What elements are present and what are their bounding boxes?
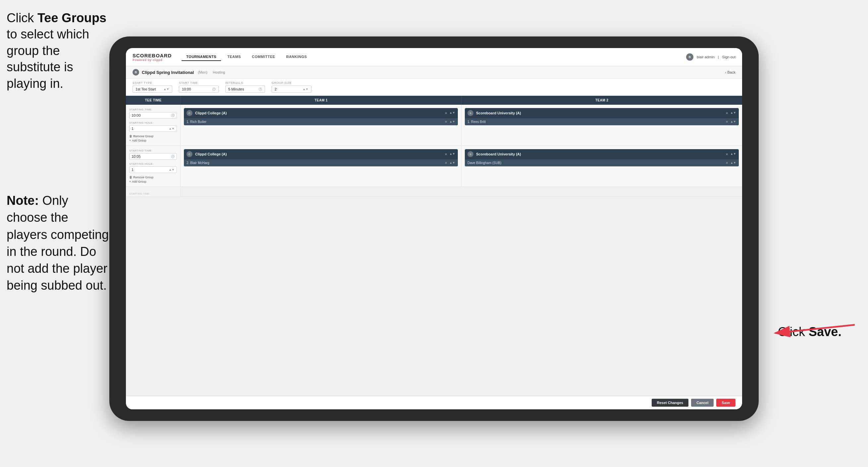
starting-time-label-1: STARTING TIME: — [129, 108, 177, 111]
back-button[interactable]: ‹ Back — [725, 70, 736, 74]
tablet-screen: SCOREBOARD Powered by clippd TOURNAMENTS… — [126, 48, 742, 409]
team-arrows-1-1[interactable]: ▲▼ — [449, 111, 455, 115]
add-group-1[interactable]: + Add Group — [129, 139, 177, 142]
main-content: STARTING TIME: 10:00 🕐 STARTING HOLE: 1 … — [126, 105, 742, 396]
team-arrows-2-2[interactable]: ▲▼ — [730, 152, 736, 156]
plus-icon-2: + — [129, 180, 131, 183]
group-row-3-partial: STARTING TIME: — [126, 187, 742, 197]
breadcrumb-title: Clippd Spring Invitational — [142, 70, 194, 75]
note-prefix: Note: — [7, 194, 42, 207]
team-remove-1-1[interactable]: ✕ — [444, 111, 447, 115]
player-row-2-1-1: 1. Rees Britt ✕ ▲▼ — [465, 118, 739, 125]
partial-label: STARTING TIME: — [129, 190, 177, 195]
starting-time-value-2: 10:05 — [131, 154, 141, 158]
team-arrows-1-2[interactable]: ▲▼ — [449, 152, 455, 156]
starting-hole-input-1[interactable]: 1 ▲▼ — [129, 125, 177, 132]
trash-icon-1: 🗑 — [129, 135, 132, 138]
start-time-label: Start Time — [179, 81, 219, 85]
player-name-2-2-1: Dave Billingham (SUB) — [467, 161, 723, 165]
clock-icon-1: 🕐 — [171, 114, 175, 117]
add-group-label-2: Add Group — [132, 180, 147, 183]
intervals-input[interactable]: 5 Minutes 🕐 — [225, 86, 265, 93]
player-name-1-2-1: 2. Blair McHarg — [187, 161, 442, 165]
tee-sidebar-actions-1: 🗑 Remove Group + Add Group — [129, 135, 177, 142]
player-remove-1-2-1[interactable]: ✕ — [444, 161, 447, 165]
player-remove-2-1-1[interactable]: ✕ — [725, 120, 728, 124]
teams-area-2: C Clippd College (A) ✕ ▲▼ 2. Blair McHar… — [181, 146, 742, 186]
start-time-group: Start Time 10:00 🕐 — [179, 81, 219, 93]
team-controls-1-1: ✕ ▲▼ — [444, 111, 455, 115]
hole-arrows-2: ▲▼ — [168, 168, 175, 171]
team-name-2-1: Scoreboard University (A) — [476, 111, 723, 115]
player-remove-2-2-1[interactable]: ✕ — [725, 161, 728, 165]
bottom-bar: Reset Changes Cancel Save — [126, 396, 742, 409]
click-save-text: Click — [778, 325, 809, 339]
team-controls-1-2: ✕ ▲▼ — [444, 152, 455, 156]
nav-tournaments[interactable]: TOURNAMENTS — [182, 53, 221, 61]
tee-sidebar-2: STARTING TIME: 10:05 🕐 STARTING HOLE: 1 … — [126, 146, 181, 186]
group-size-input[interactable]: 2 ▲▼ — [272, 86, 311, 93]
reset-changes-button[interactable]: Reset Changes — [652, 399, 688, 407]
starting-hole-input-2[interactable]: 1 ▲▼ — [129, 166, 177, 173]
top-nav: SCOREBOARD Powered by clippd TOURNAMENTS… — [126, 48, 742, 66]
player-arrows-2-1-1[interactable]: ▲▼ — [730, 120, 736, 124]
start-type-arrows: ▲▼ — [163, 88, 169, 91]
starting-time-input-1[interactable]: 10:00 🕐 — [129, 112, 177, 119]
team-icon-2-2: S — [467, 151, 473, 157]
team-remove-2-1[interactable]: ✕ — [725, 111, 728, 115]
sign-out-link[interactable]: Sign out — [722, 55, 736, 59]
start-time-input[interactable]: 10:00 🕐 — [179, 86, 219, 93]
player-arrows-1-1-1[interactable]: ▲▼ — [449, 120, 455, 124]
team-icon-1-2: C — [187, 151, 192, 157]
team-remove-1-2[interactable]: ✕ — [444, 152, 447, 156]
intervals-clock-icon: 🕐 — [258, 88, 262, 91]
cancel-button[interactable]: Cancel — [691, 399, 714, 407]
click-save-bold: Save. — [809, 325, 841, 339]
team-arrows-2-1[interactable]: ▲▼ — [730, 111, 736, 115]
team-name-1-1: Clippd College (A) — [195, 111, 442, 115]
remove-group-1[interactable]: 🗑 Remove Group — [129, 135, 177, 138]
nav-rankings[interactable]: RANKINGS — [282, 53, 312, 61]
note-content: Only choose the players competing in the… — [7, 194, 108, 292]
start-type-label: Start Type — [132, 81, 172, 85]
start-type-group: Start Type 1st Tee Start ▲▼ — [132, 81, 172, 93]
team1-col-2: C Clippd College (A) ✕ ▲▼ 2. Blair McHar… — [181, 146, 462, 186]
intervals-label: Intervals — [225, 81, 265, 85]
instruction-bold: Tee Groups — [37, 11, 106, 25]
group-size-label: Group Size — [272, 81, 311, 85]
start-time-clock-icon: 🕐 — [212, 88, 216, 91]
player-remove-1-1-1[interactable]: ✕ — [444, 120, 447, 124]
team-name-2-2: Scoreboard University (A) — [476, 152, 723, 156]
nav-right: B blair admin | Sign out — [686, 53, 736, 61]
save-button[interactable]: Save — [716, 399, 736, 407]
click-save-label: Click Save. — [778, 325, 841, 339]
team-remove-2-2[interactable]: ✕ — [725, 152, 728, 156]
start-type-input[interactable]: 1st Tee Start ▲▼ — [132, 86, 172, 93]
breadcrumb-badge: (Men) — [198, 70, 207, 74]
starting-time-label-2: STARTING TIME: — [129, 149, 177, 152]
player-name-1-1-1: 1. Rich Butler — [187, 120, 442, 124]
starting-time-input-2[interactable]: 10:05 🕐 — [129, 153, 177, 160]
nav-teams[interactable]: TEAMS — [223, 53, 246, 61]
add-group-2[interactable]: + Add Group — [129, 180, 177, 183]
col-header-tee-time: Tee Time — [126, 96, 181, 105]
team-card-2-1: S Scoreboard University (A) ✕ ▲▼ 1. Rees… — [465, 108, 739, 125]
note-text: Note: Only choose the players competing … — [7, 192, 109, 294]
intervals-group: Intervals 5 Minutes 🕐 — [225, 81, 265, 93]
nav-committee[interactable]: COMMITTEE — [247, 53, 280, 61]
player-controls-1-2-1: ✕ ▲▼ — [444, 161, 455, 165]
col-header-team1: Team 1 — [181, 96, 462, 105]
team-card-header-2-2: S Scoreboard University (A) ✕ ▲▼ — [465, 149, 739, 159]
teams-area-1: C Clippd College (A) ✕ ▲▼ 1. Rich Butler — [181, 105, 742, 146]
player-arrows-2-2-1[interactable]: ▲▼ — [730, 161, 736, 165]
player-arrows-1-2-1[interactable]: ▲▼ — [449, 161, 455, 165]
player-row-1-1-1: 1. Rich Butler ✕ ▲▼ — [184, 118, 458, 125]
player-controls-1-1-1: ✕ ▲▼ — [444, 120, 455, 124]
nav-user: blair admin — [697, 55, 715, 59]
team-name-1-2: Clippd College (A) — [195, 152, 442, 156]
team-icon-2-1: S — [467, 110, 473, 116]
remove-group-2[interactable]: 🗑 Remove Group — [129, 176, 177, 179]
team1-col-1: C Clippd College (A) ✕ ▲▼ 1. Rich Butler — [181, 105, 462, 146]
team2-col-1: S Scoreboard University (A) ✕ ▲▼ 1. Rees… — [462, 105, 742, 146]
add-group-label-1: Add Group — [132, 139, 147, 142]
